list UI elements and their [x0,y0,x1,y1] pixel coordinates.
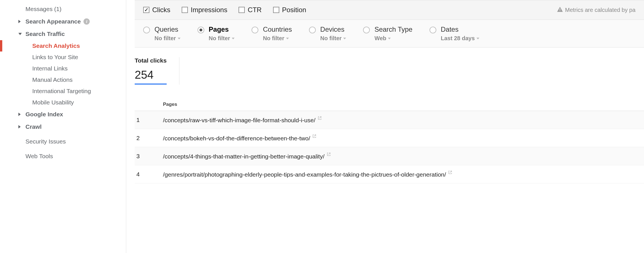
checkbox-icon [239,7,245,13]
sidebar-label: Links to Your Site [32,54,78,60]
metric-checkbox-impressions[interactable]: Impressions [182,6,227,14]
chevron-down-icon [476,38,479,39]
svg-rect-1 [560,10,560,11]
dimension-title: Queries [154,25,181,33]
external-link-icon[interactable] [318,116,322,121]
external-link-icon[interactable] [327,152,331,157]
page-url[interactable]: /concepts/raw-vs-tiff-which-image-file-f… [163,117,315,123]
sidebar-label: Web Tools [25,153,53,160]
dimension-search-type[interactable]: Search Type Web [363,25,412,42]
row-page: /concepts/4-things-that-matter-in-gettin… [163,152,644,160]
table-row[interactable]: 3/concepts/4-things-that-matter-in-getti… [135,147,644,165]
dimension-title: Dates [441,25,479,33]
radio-icon [309,27,316,33]
chevron-down-icon [232,38,235,39]
checkbox-icon [182,7,188,13]
pages-table: Pages 1/concepts/raw-vs-tiff-which-image… [135,98,644,183]
metrics-left: Clicks Impressions CTR Position [143,6,306,14]
dimension-title: Search Type [374,25,412,33]
metric-label: CTR [248,6,261,14]
sidebar-label: Crawl [25,123,42,130]
summary-label: Total clicks [135,57,167,64]
sidebar-item-google-index[interactable]: Google Index [0,108,126,121]
dimensions-bar: Queries No filter Pages No filter [135,20,644,48]
sidebar-label: Search Appearance [25,18,81,25]
summary-value: 254 [135,68,167,81]
sidebar-item-messages[interactable]: Messages (1) [0,3,126,15]
dimension-devices[interactable]: Devices No filter [309,25,346,42]
table-header: Pages [135,98,644,111]
dimension-queries[interactable]: Queries No filter [143,25,181,42]
sidebar-item-crawl[interactable]: Crawl [0,121,126,133]
sidebar-label: International Targeting [32,88,91,94]
dimension-title: Pages [209,25,235,33]
sidebar-label: Mobile Usability [32,99,74,106]
sidebar-item-search-traffic[interactable]: Search Traffic [0,28,126,40]
summary: Total clicks 254 [135,48,644,85]
metric-label: Impressions [191,6,227,14]
page-url[interactable]: /concepts/4-things-that-matter-in-gettin… [163,153,325,160]
checkbox-icon [273,7,279,13]
radio-icon [143,27,150,33]
sidebar-label: Search Traffic [25,31,65,37]
sidebar-sub-links-to-your-site[interactable]: Links to Your Site [0,52,126,63]
sidebar-item-web-tools[interactable]: Web Tools [0,150,126,162]
summary-total-clicks: Total clicks 254 [135,57,167,85]
table-row[interactable]: 2/concepts/bokeh-vs-dof-the-difference-b… [135,129,644,147]
metric-checkbox-clicks[interactable]: Clicks [143,6,170,14]
dimension-filter-dropdown[interactable]: Last 28 days [441,35,479,42]
sidebar-item-security-issues[interactable]: Security Issues [0,135,126,148]
svg-rect-0 [560,8,560,10]
row-page: /concepts/raw-vs-tiff-which-image-file-f… [163,116,644,124]
chevron-down-icon [286,38,289,39]
sidebar-sub-international-targeting[interactable]: International Targeting [0,85,126,97]
dimension-dates[interactable]: Dates Last 28 days [430,25,479,42]
warning-icon [557,7,563,13]
chevron-down-icon [388,38,391,39]
row-number: 3 [135,153,163,160]
radio-selected-icon [198,27,204,33]
sidebar-item-search-appearance[interactable]: Search Appearance i [0,15,126,28]
checkbox-checked-icon [143,7,149,13]
column-header-pages[interactable]: Pages [163,102,644,107]
radio-icon [430,27,436,33]
dimension-filter-dropdown[interactable]: No filter [320,35,346,42]
sidebar-sub-internal-links[interactable]: Internal Links [0,63,126,74]
main-content: Clicks Impressions CTR Position [126,0,644,253]
dimension-filter-dropdown[interactable]: No filter [154,35,181,42]
caret-right-icon [18,20,21,23]
dimension-filter-dropdown[interactable]: No filter [263,35,292,42]
sidebar-label: Google Index [25,111,63,118]
row-page: /concepts/bokeh-vs-dof-the-difference-be… [163,134,644,142]
page-url[interactable]: /concepts/bokeh-vs-dof-the-difference-be… [163,135,310,141]
radio-icon [363,27,370,33]
sidebar-label: Internal Links [32,65,68,72]
external-link-icon[interactable] [448,170,452,175]
caret-right-icon [18,125,21,128]
sidebar-sub-manual-actions[interactable]: Manual Actions [0,74,126,85]
notice-text: Metrics are calculated by pa [565,7,636,13]
table-row[interactable]: 4/genres/portrait/photographing-elderly-… [135,165,644,183]
radio-icon [252,27,258,33]
sidebar-label: Manual Actions [32,76,72,83]
row-number: 1 [135,117,163,123]
sidebar-sub-mobile-usability[interactable]: Mobile Usability [0,97,126,108]
metrics-notice: Metrics are calculated by pa [557,7,636,13]
metric-checkbox-ctr[interactable]: CTR [239,6,261,14]
chevron-down-icon [343,38,346,39]
metric-checkbox-position[interactable]: Position [273,6,306,14]
dimension-pages[interactable]: Pages No filter [198,25,235,42]
page-url[interactable]: /genres/portrait/photographing-elderly-p… [163,171,446,178]
divider [179,57,179,85]
dimension-filter-dropdown[interactable]: Web [374,35,412,42]
info-icon[interactable]: i [83,18,90,25]
dimension-countries[interactable]: Countries No filter [252,25,292,42]
row-number: 4 [135,171,163,178]
dimension-filter-dropdown[interactable]: No filter [209,35,235,42]
sidebar-sub-search-analytics[interactable]: Search Analytics [0,40,126,52]
sidebar-label: Security Issues [25,138,66,145]
external-link-icon[interactable] [312,134,316,139]
table-row[interactable]: 1/concepts/raw-vs-tiff-which-image-file-… [135,111,644,129]
row-number: 2 [135,135,163,141]
chevron-down-icon [178,38,181,39]
